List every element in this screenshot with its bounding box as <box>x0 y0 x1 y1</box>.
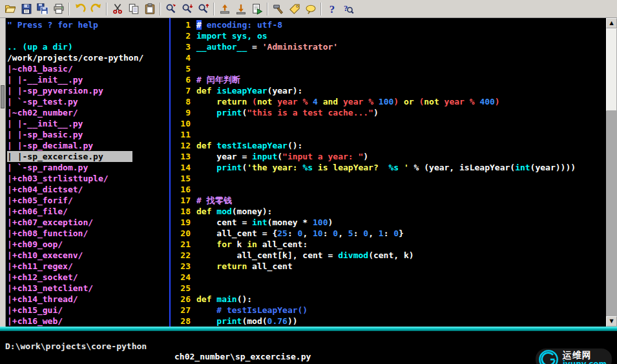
help-button[interactable]: ? <box>324 1 340 17</box>
code-line[interactable]: 7def isLeapYear(year): <box>176 85 606 96</box>
tree-item[interactable]: |+ch08_function/ <box>6 228 169 239</box>
tree-item-label: | `-sp_test.py <box>7 97 78 106</box>
print-icon <box>53 3 65 15</box>
save-all-button[interactable] <box>34 1 50 17</box>
tree-item[interactable]: | `-sp_test.py <box>6 96 169 107</box>
tree-item[interactable]: |+ch10_execenv/ <box>6 250 169 261</box>
tree-item[interactable]: |+ch03_strlisttuple/ <box>6 173 169 184</box>
tree-item[interactable]: | |-__init__.py <box>6 74 169 85</box>
find-replace-button[interactable] <box>163 1 179 17</box>
code-line[interactable]: 12def testIsLeapYear(): <box>176 140 606 151</box>
code-line[interactable]: 16 <box>176 184 606 195</box>
code-token: (year): <box>267 86 303 96</box>
tree-item[interactable]: |+ch14_thread/ <box>6 294 169 305</box>
scrollbar-track[interactable] <box>606 28 617 316</box>
code-line[interactable]: 25 <box>176 283 606 294</box>
tree-item[interactable]: |+ch11_regex/ <box>6 261 169 272</box>
run-script-button[interactable] <box>249 1 265 17</box>
tree-item[interactable]: |+ch12_socket/ <box>6 272 169 283</box>
make-button[interactable] <box>270 1 286 17</box>
code-line[interactable]: 2import sys, os <box>176 30 606 41</box>
code-token: # 找零钱 <box>196 196 232 205</box>
code-token: "this is a test cache..." <box>247 108 373 117</box>
tree-item[interactable]: | `-sp_random.py <box>6 162 169 173</box>
tree-item[interactable]: |+ch09_oop/ <box>6 239 169 250</box>
code-line[interactable]: 5 <box>176 63 606 74</box>
code-line[interactable]: 28 print(mod(0.76)) <box>176 316 606 327</box>
line-number: 28 <box>176 316 191 327</box>
scroll-down-button[interactable]: ▼ <box>606 316 617 327</box>
code-line[interactable]: 21 for k in all_cent: <box>176 239 606 250</box>
code-area[interactable]: 1# encoding: utf-82import sys, os3__auth… <box>172 18 606 327</box>
line-number: 16 <box>176 184 191 195</box>
code-line[interactable]: 9 print("this is a test cache...") <box>176 107 606 118</box>
print-button[interactable] <box>50 1 67 17</box>
build-tags-button[interactable] <box>286 1 302 17</box>
scrollbar-thumb[interactable] <box>606 28 617 111</box>
code-line[interactable]: 17# 找零钱 <box>176 195 606 206</box>
code-line[interactable]: 6# 闰年判断 <box>176 74 606 85</box>
find-prev-button[interactable] <box>195 1 211 17</box>
code-line[interactable]: 18def mod(money): <box>176 206 606 217</box>
right-scrollbar[interactable]: ▲ ▼ <box>606 18 617 327</box>
tree-item[interactable]: |+ch07_exception/ <box>6 217 169 228</box>
code-line[interactable]: 23 return all_cent <box>176 261 606 272</box>
tree-item-selected[interactable]: | |-sp_excercise.py <box>6 151 169 162</box>
tree-item[interactable]: /work/projects/core-python/ <box>6 52 169 63</box>
tree-item[interactable]: |+ch05_forif/ <box>6 195 169 206</box>
line-number: 26 <box>176 294 191 305</box>
undo-button[interactable] <box>72 1 88 17</box>
code-token: int <box>515 163 530 172</box>
paste-button[interactable] <box>141 1 158 17</box>
code-line[interactable]: 3__author__ = 'Administrator' <box>176 41 606 52</box>
tree-item[interactable] <box>6 30 169 41</box>
save-button[interactable] <box>18 1 34 17</box>
left-scrollbar[interactable] <box>0 18 6 327</box>
code-token: 400 <box>479 97 494 106</box>
tree-item[interactable]: |+ch16_web/ <box>6 316 169 327</box>
scroll-up-button[interactable]: ▲ <box>606 18 617 28</box>
copy-button[interactable] <box>125 1 141 17</box>
tree-item[interactable]: |+ch15_gui/ <box>6 305 169 316</box>
tree-item[interactable]: | |-sp_pyversion.py <box>6 85 169 96</box>
tree-item[interactable]: | |-sp_decimal.py <box>6 140 169 151</box>
tree-item[interactable]: |~ch02_number/ <box>6 107 169 118</box>
code-line[interactable]: 26def main(): <box>176 294 606 305</box>
watermark: 运维网 iyunv.com <box>536 349 612 364</box>
code-line[interactable]: 27 # testIsLeapYear() <box>176 305 606 316</box>
window-separator[interactable] <box>169 18 172 327</box>
cut-button[interactable] <box>109 1 125 17</box>
tree-item[interactable]: " Press ? for help <box>6 19 169 30</box>
tree-item[interactable]: | |-__init__.py <box>6 118 169 129</box>
left-scrollbar-thumb[interactable] <box>1 85 5 108</box>
code-line[interactable]: 10 <box>176 118 606 129</box>
tree-item[interactable]: | |-sp_basic.py <box>6 129 169 140</box>
tree-item[interactable]: .. (up a dir) <box>6 41 169 52</box>
tree-item[interactable]: |+ch13_netclient/ <box>6 283 169 294</box>
code-line[interactable]: 22 all_cent[k], cent = divmod(cent, k) <box>176 250 606 261</box>
code-line[interactable]: 11 <box>176 129 606 140</box>
save-session-button[interactable] <box>233 1 249 17</box>
load-session-button[interactable] <box>216 1 233 17</box>
open-button[interactable] <box>2 1 18 17</box>
find-next-button[interactable] <box>179 1 195 17</box>
code-line[interactable]: 14 print('the year: %s is leapYear? %s '… <box>176 162 606 173</box>
find-help-button[interactable]: ? <box>340 1 356 17</box>
line-number: 5 <box>176 63 191 74</box>
redo-button[interactable] <box>88 1 104 17</box>
code-line[interactable]: 20 all_cent = {25: 0, 10: 0, 5: 0, 1: 0} <box>176 228 606 239</box>
code-line[interactable]: 4 <box>176 52 606 63</box>
code-line[interactable]: 15 <box>176 173 606 184</box>
code-line[interactable]: 13 year = input("input a year: ") <box>176 151 606 162</box>
tree-item[interactable]: |~ch01_basic/ <box>6 63 169 74</box>
code-line[interactable]: 8 return (not year % 4 and year % 100) o… <box>176 96 606 107</box>
tag-jump-button[interactable] <box>302 1 319 17</box>
cwd-path: D:\work\projects\core-python <box>5 341 147 352</box>
tree-item[interactable]: |+ch04_dictset/ <box>6 184 169 195</box>
open-icon <box>5 3 16 15</box>
tree-item[interactable]: |+ch06_file/ <box>6 206 169 217</box>
code-line[interactable]: 24 <box>176 272 606 283</box>
code-line[interactable]: 19 cent = int(money * 100) <box>176 217 606 228</box>
code-line[interactable]: 1# encoding: utf-8 <box>176 19 606 30</box>
line-number: 20 <box>176 228 191 239</box>
